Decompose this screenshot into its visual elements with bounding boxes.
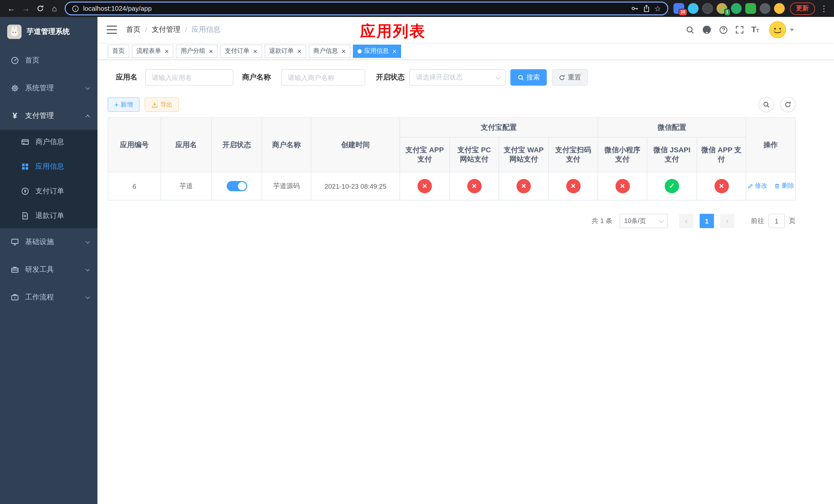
close-icon[interactable]: × (392, 47, 396, 54)
browser-reload-button[interactable] (33, 1, 47, 16)
payment-submenu: 商户信息 应用信息 支付订单 (0, 130, 97, 228)
extension-icon-4[interactable]: 1 (717, 3, 727, 14)
total-count: 共 1 条 (592, 216, 612, 226)
merchant-name-label: 商户名称 (242, 73, 271, 82)
extension-icon-3[interactable] (702, 3, 713, 14)
col-header-created: 创建时间 (311, 118, 400, 172)
search-icon[interactable] (685, 25, 694, 34)
col-header-alipay-pc: 支付宝 PC 网站支付 (449, 137, 499, 172)
next-page-button[interactable]: › (720, 214, 734, 228)
delete-link[interactable]: 删除 (774, 182, 794, 190)
export-button[interactable]: 导出 (145, 97, 179, 112)
breadcrumb-home[interactable]: 首页 (126, 25, 140, 35)
sidebar-item-refund-order[interactable]: 退款订单 (0, 204, 97, 228)
bookmark-star-icon[interactable]: ☆ (654, 4, 661, 13)
app-title: 芋道管理系统 (27, 27, 70, 37)
browser-home-button[interactable]: ⌂ (47, 1, 62, 16)
download-icon (151, 101, 158, 108)
extension-icon-6[interactable] (745, 3, 756, 14)
sidebar-toggle-button[interactable] (107, 25, 117, 35)
browser-toolbar: ← → ⌂ localhost:1024/pay/app ☆ 10 1 (0, 0, 834, 17)
plus-icon: + (114, 101, 118, 108)
sidebar-item-infra[interactable]: 基础设施 (0, 228, 97, 256)
github-icon[interactable] (702, 25, 711, 35)
pagination: 共 1 条 10条/页 ‹ 1 › 前往 页 (108, 214, 795, 228)
password-key-icon[interactable] (631, 5, 638, 12)
prev-page-button[interactable]: ‹ (679, 214, 694, 228)
yen-icon: ¥ (10, 111, 20, 120)
refresh-icon (558, 74, 565, 81)
page-size-select[interactable]: 10条/页 (620, 214, 668, 228)
sidebar-item-payment[interactable]: ¥ 支付管理 (0, 102, 97, 130)
extension-icon-5[interactable] (731, 3, 742, 14)
extension-icon-8[interactable] (774, 3, 785, 14)
pin-extension-icon[interactable] (760, 3, 770, 14)
app-name-input[interactable] (145, 69, 233, 86)
close-icon[interactable]: × (253, 47, 257, 54)
extension-icon-1[interactable]: 10 (674, 3, 684, 14)
url-text[interactable]: localhost:1024/pay/app (83, 5, 152, 12)
tab-merchant-info[interactable]: 商户信息 × (309, 44, 350, 58)
breadcrumb-payment[interactable]: 支付管理 (152, 25, 180, 35)
browser-menu-icon[interactable]: ⋮ (820, 4, 828, 13)
app-logo[interactable]: 芋道管理系统 (0, 17, 97, 47)
sidebar-item-pay-order[interactable]: 支付订单 (0, 179, 97, 204)
sidebar-item-home[interactable]: 首页 (0, 47, 97, 74)
tab-refund-order[interactable]: 退款订单 × (264, 44, 306, 58)
tab-pay-order[interactable]: 支付订单 × (220, 44, 262, 58)
merchant-name-input[interactable] (281, 69, 365, 86)
extension-icon-2[interactable] (688, 3, 699, 14)
user-avatar-menu[interactable] (769, 21, 794, 39)
close-icon[interactable]: × (342, 47, 346, 54)
address-bar[interactable]: localhost:1024/pay/app ☆ (65, 2, 668, 15)
sidebar-item-devtools[interactable]: 研发工具 (0, 256, 97, 283)
avatar (769, 21, 786, 39)
tab-home[interactable]: 首页 (108, 44, 129, 58)
status-select[interactable]: 请选择开启状态 (409, 69, 506, 86)
extension-badge: 1 (724, 9, 730, 16)
close-icon[interactable]: × (164, 47, 169, 54)
close-icon[interactable]: × (297, 47, 301, 54)
tab-user-group[interactable]: 用户分组 × (176, 44, 218, 58)
table-row: 6 芋道 芋道源码 2021-10-23 08:49:25 × × × (108, 172, 795, 200)
status-toggle[interactable] (226, 181, 247, 191)
cell-created: 2021-10-23 08:49:25 (311, 172, 400, 200)
page-number-button[interactable]: 1 (700, 214, 714, 228)
sidebar-item-system[interactable]: 系统管理 (0, 74, 97, 102)
col-header-status: 开启状态 (212, 118, 262, 172)
help-icon[interactable] (719, 25, 728, 34)
refresh-table-button[interactable] (780, 97, 795, 112)
chevron-down-icon (790, 28, 794, 31)
search-button[interactable]: 搜索 (510, 69, 547, 86)
tab-process-form[interactable]: 流程表单 × (132, 44, 173, 58)
sidebar: 芋道管理系统 首页 系统管理 ¥ 支付管 (0, 17, 97, 504)
sidebar-item-app-info[interactable]: 应用信息 (0, 154, 97, 179)
sidebar-item-workflow[interactable]: 工作流程 (0, 283, 97, 311)
font-size-icon[interactable]: TT (751, 25, 759, 35)
add-button[interactable]: + 新增 (108, 97, 139, 112)
prev-icon: ‹ (685, 216, 688, 226)
sidebar-item-merchant-info[interactable]: 商户信息 (0, 130, 97, 154)
extension-badge: 10 (679, 9, 687, 16)
sidebar-menu: 首页 系统管理 ¥ 支付管理 (0, 47, 97, 311)
group-header-wechat: 微信配置 (598, 118, 746, 137)
site-info-icon[interactable] (72, 5, 79, 12)
edit-link[interactable]: 修改 (747, 182, 767, 190)
close-icon[interactable]: × (209, 47, 213, 54)
show-search-button[interactable] (759, 97, 774, 112)
monitor-icon (10, 238, 20, 246)
share-icon[interactable] (642, 5, 650, 12)
reset-button[interactable]: 重置 (552, 69, 588, 86)
tab-app-info[interactable]: 应用信息 × (353, 44, 401, 58)
fullscreen-icon[interactable] (735, 26, 744, 34)
toggle-knob (238, 182, 246, 190)
wechat-jsapi-status-icon: ✓ (665, 179, 679, 193)
wechat-app-status-icon: × (714, 179, 729, 193)
browser-update-button[interactable]: 更新 (790, 2, 815, 15)
chevron-down-icon (86, 239, 90, 244)
browser-forward-button[interactable]: → (19, 1, 33, 16)
card-icon (21, 138, 30, 146)
browser-back-button[interactable]: ← (4, 1, 19, 16)
next-icon: › (726, 216, 729, 226)
goto-page-input[interactable] (768, 214, 785, 228)
